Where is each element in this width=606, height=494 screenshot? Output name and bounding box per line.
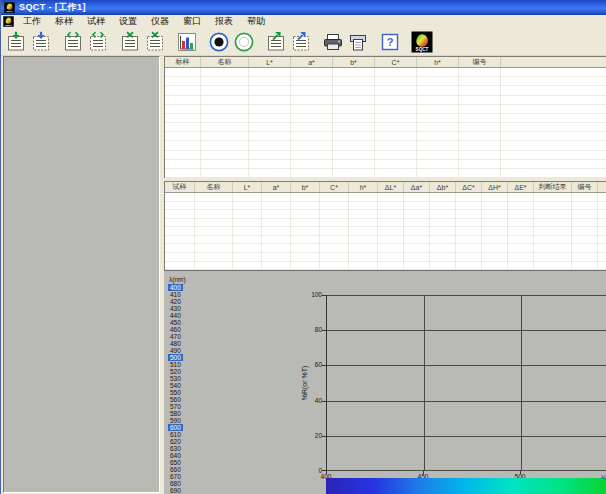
column-header[interactable]: L* bbox=[233, 182, 262, 192]
standard-edit-button[interactable] bbox=[60, 29, 85, 54]
wavelength-item[interactable]: 500 bbox=[168, 354, 183, 361]
column-header[interactable]: 判断结果 bbox=[534, 182, 572, 192]
titlebar[interactable]: SQCT SQCT - [工作1] bbox=[1, 0, 606, 15]
table-row[interactable] bbox=[165, 77, 606, 86]
table-row[interactable] bbox=[165, 105, 606, 114]
standard-delete-button[interactable] bbox=[117, 29, 142, 54]
wavelength-item[interactable]: 430 bbox=[168, 305, 183, 312]
table-row[interactable] bbox=[165, 151, 606, 160]
column-header[interactable]: Δb* bbox=[430, 182, 456, 192]
wavelength-item[interactable]: 460 bbox=[168, 326, 183, 333]
menu-item-standard[interactable]: 标样 bbox=[48, 15, 80, 28]
wavelength-item[interactable]: 690 bbox=[168, 487, 183, 494]
color-chart-button[interactable] bbox=[174, 29, 199, 54]
standard-import-button[interactable] bbox=[3, 29, 28, 54]
column-header[interactable]: 名称 bbox=[195, 182, 233, 192]
column-header[interactable]: 标样 bbox=[165, 57, 201, 67]
sample-delete-button[interactable] bbox=[142, 29, 167, 54]
wavelength-item[interactable]: 610 bbox=[168, 431, 183, 438]
column-header[interactable]: h* bbox=[417, 57, 459, 67]
wavelength-item[interactable]: 540 bbox=[168, 382, 183, 389]
column-header[interactable]: a* bbox=[262, 182, 291, 192]
menu-item-report[interactable]: 报表 bbox=[208, 15, 240, 28]
table-row[interactable] bbox=[165, 210, 606, 219]
wavelength-item[interactable]: 570 bbox=[168, 403, 183, 410]
column-header[interactable]: ΔC* bbox=[456, 182, 482, 192]
print-button[interactable] bbox=[320, 29, 345, 54]
column-header[interactable]: 编号 bbox=[459, 57, 501, 67]
table-row[interactable] bbox=[165, 141, 606, 150]
column-header[interactable]: a* bbox=[291, 57, 333, 67]
wavelength-item[interactable]: 450 bbox=[168, 319, 183, 326]
table-row[interactable] bbox=[165, 160, 606, 169]
column-header[interactable]: C* bbox=[375, 57, 417, 67]
table-row[interactable] bbox=[165, 68, 606, 77]
column-header[interactable]: b* bbox=[333, 57, 375, 67]
column-header[interactable]: b* bbox=[291, 182, 320, 192]
column-header[interactable]: Δa* bbox=[404, 182, 430, 192]
wavelength-item[interactable]: 520 bbox=[168, 368, 183, 375]
column-header[interactable]: h* bbox=[349, 182, 378, 192]
wavelength-item[interactable]: 680 bbox=[168, 480, 183, 487]
wavelength-item[interactable]: 580 bbox=[168, 410, 183, 417]
wavelength-item[interactable]: 480 bbox=[168, 340, 183, 347]
white-calibration-button[interactable] bbox=[231, 29, 256, 54]
samples-table[interactable]: 试样名称L*a*b*C*h*ΔL*Δa*Δb*ΔC*ΔH*ΔE*判断结果编号 bbox=[164, 181, 606, 270]
column-header[interactable]: 编号 bbox=[572, 182, 598, 192]
sample-import-button[interactable] bbox=[28, 29, 53, 54]
wavelength-item[interactable]: 510 bbox=[168, 361, 183, 368]
table-row[interactable] bbox=[165, 169, 606, 178]
menu-item-work[interactable]: 工作 bbox=[16, 15, 48, 28]
wavelength-item[interactable]: 660 bbox=[168, 466, 183, 473]
wavelength-list[interactable]: 4004104204304404504604704804905005105205… bbox=[168, 284, 183, 494]
table-row[interactable] bbox=[165, 227, 606, 236]
column-header[interactable]: ΔH* bbox=[482, 182, 508, 192]
table-row[interactable] bbox=[165, 86, 606, 95]
wavelength-item[interactable]: 640 bbox=[168, 452, 183, 459]
column-header[interactable]: 名称 bbox=[201, 57, 249, 67]
menu-item-sample[interactable]: 试样 bbox=[80, 15, 112, 28]
column-header[interactable]: ΔE* bbox=[508, 182, 534, 192]
sample-export-button[interactable] bbox=[288, 29, 313, 54]
column-header[interactable]: 试样 bbox=[165, 182, 195, 192]
table-row[interactable] bbox=[165, 244, 606, 253]
standards-table[interactable]: 标样名称L*a*b*C*h*编号 bbox=[164, 56, 606, 178]
table-row[interactable] bbox=[165, 96, 606, 105]
wavelength-item[interactable]: 420 bbox=[168, 298, 183, 305]
wavelength-item[interactable]: 560 bbox=[168, 396, 183, 403]
about-sqct-button[interactable]: SQCT bbox=[409, 29, 434, 54]
wavelength-item[interactable]: 650 bbox=[168, 459, 183, 466]
table-row[interactable] bbox=[165, 236, 606, 245]
table-row[interactable] bbox=[165, 123, 606, 132]
print-preview-button[interactable] bbox=[345, 29, 370, 54]
column-header[interactable]: C* bbox=[320, 182, 349, 192]
wavelength-item[interactable]: 470 bbox=[168, 333, 183, 340]
menu-item-help[interactable]: 帮助 bbox=[240, 15, 272, 28]
wavelength-item[interactable]: 600 bbox=[168, 424, 183, 431]
column-header[interactable]: L* bbox=[249, 57, 291, 67]
wavelength-item[interactable]: 620 bbox=[168, 438, 183, 445]
menu-item-settings[interactable]: 设置 bbox=[112, 15, 144, 28]
wavelength-item[interactable]: 440 bbox=[168, 312, 183, 319]
table-row[interactable] bbox=[165, 219, 606, 228]
black-calibration-button[interactable] bbox=[206, 29, 231, 54]
wavelength-item[interactable]: 410 bbox=[168, 291, 183, 298]
wavelength-item[interactable]: 590 bbox=[168, 417, 183, 424]
sample-edit-button[interactable] bbox=[85, 29, 110, 54]
menu-item-instrument[interactable]: 仪器 bbox=[144, 15, 176, 28]
table-row[interactable] bbox=[165, 114, 606, 123]
standard-export-button[interactable] bbox=[263, 29, 288, 54]
table-row[interactable] bbox=[165, 193, 606, 202]
table-row[interactable] bbox=[165, 262, 606, 271]
column-header[interactable]: ΔL* bbox=[378, 182, 404, 192]
document-icon[interactable]: SQCT bbox=[3, 16, 14, 27]
wavelength-item[interactable]: 670 bbox=[168, 473, 183, 480]
wavelength-item[interactable]: 530 bbox=[168, 375, 183, 382]
wavelength-item[interactable]: 400 bbox=[168, 284, 183, 291]
tree-panel[interactable] bbox=[3, 56, 160, 493]
wavelength-item[interactable]: 630 bbox=[168, 445, 183, 452]
table-row[interactable] bbox=[165, 202, 606, 211]
table-row[interactable] bbox=[165, 253, 606, 262]
help-button[interactable]: ? bbox=[377, 29, 402, 54]
menu-item-window[interactable]: 窗口 bbox=[176, 15, 208, 28]
